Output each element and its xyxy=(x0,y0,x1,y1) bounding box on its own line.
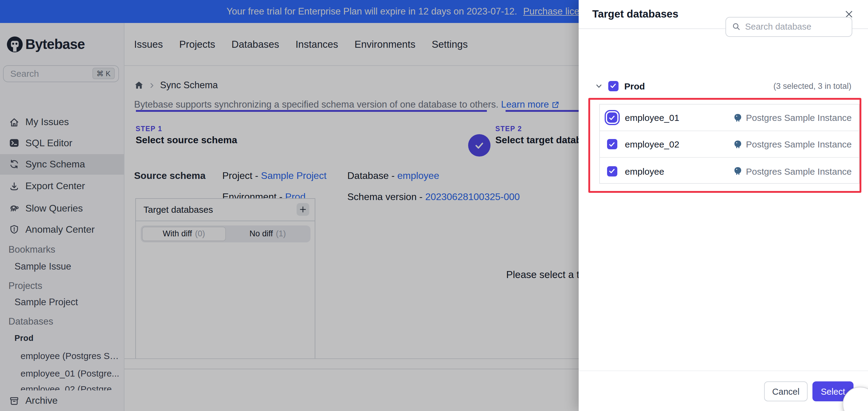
check-icon xyxy=(608,114,616,121)
postgres-icon xyxy=(733,139,742,149)
database-row-employee[interactable]: employee Postgres Sample Instance xyxy=(599,158,859,184)
instance-name: Postgres Sample Instance xyxy=(746,139,852,149)
check-icon xyxy=(610,82,617,89)
employee-02-checkbox[interactable] xyxy=(607,139,617,149)
search-icon xyxy=(732,23,740,31)
instance-info: Postgres Sample Instance xyxy=(733,166,852,176)
database-search-input[interactable] xyxy=(745,22,845,32)
bytebase-app: Your free trial for Enterprise Plan will… xyxy=(0,0,868,411)
selection-summary: (3 selected, 3 in total) xyxy=(773,81,851,90)
check-icon xyxy=(608,141,616,148)
prod-group-checkbox[interactable] xyxy=(608,81,618,91)
database-name: employee_01 xyxy=(625,112,679,123)
instance-info: Postgres Sample Instance xyxy=(733,112,852,123)
target-databases-drawer: Target databases Prod (3 selected, 3 in … xyxy=(578,0,868,411)
check-icon xyxy=(608,168,616,175)
instance-name: Postgres Sample Instance xyxy=(746,112,852,123)
database-row-employee-02[interactable]: employee_02 Postgres Sample Instance xyxy=(599,131,859,158)
database-name: employee_02 xyxy=(625,139,679,149)
employee-01-checkbox[interactable] xyxy=(607,112,617,123)
group-label: Prod xyxy=(624,81,645,91)
instance-name: Postgres Sample Instance xyxy=(746,166,852,176)
drawer-title: Target databases xyxy=(592,8,678,21)
environment-group-row: Prod (3 selected, 3 in total) xyxy=(595,79,851,92)
database-row-employee-01[interactable]: employee_01 Postgres Sample Instance xyxy=(599,105,859,131)
drawer-footer: Cancel Select xyxy=(578,370,868,411)
instance-info: Postgres Sample Instance xyxy=(733,139,852,149)
employee-checkbox[interactable] xyxy=(607,166,617,176)
database-list: employee_01 Postgres Sample Instance emp… xyxy=(599,104,860,184)
database-name: employee xyxy=(625,166,664,176)
database-search-box[interactable] xyxy=(725,17,852,37)
postgres-icon xyxy=(733,113,742,122)
postgres-icon xyxy=(733,166,742,176)
chevron-down-icon[interactable] xyxy=(595,82,602,90)
cancel-button[interactable]: Cancel xyxy=(764,381,808,401)
